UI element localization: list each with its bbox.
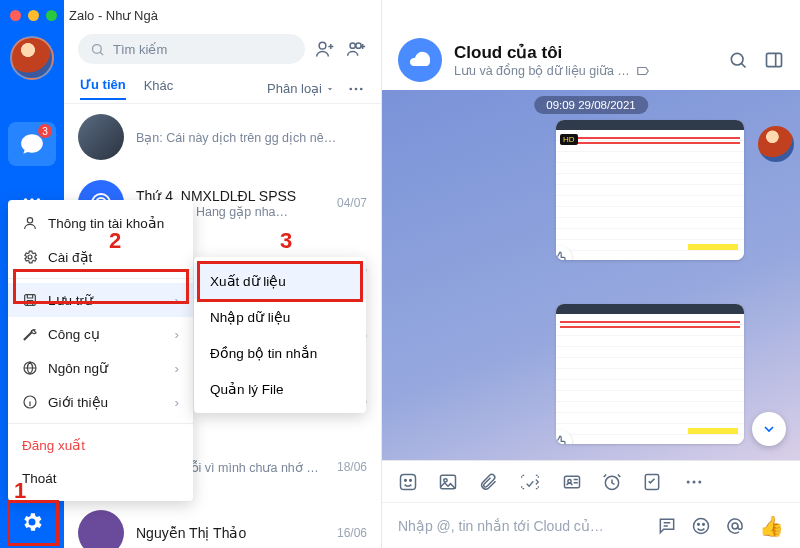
- attach-button[interactable]: [478, 472, 498, 492]
- menu-quit[interactable]: Thoát: [8, 462, 193, 495]
- dots-icon: [684, 472, 704, 492]
- conversation-tabs: Ưu tiên Khác Phân loại: [64, 74, 381, 104]
- cloud-icon: [408, 48, 432, 72]
- smile-icon: [691, 516, 711, 536]
- chat-subtitle: Lưu và đồng bộ dữ liệu giữa …: [454, 63, 650, 78]
- dots-icon: [347, 80, 365, 98]
- composer-toolbar: [382, 460, 800, 502]
- message-bubble[interactable]: HD: [556, 120, 744, 260]
- chat-panel-button[interactable]: [764, 50, 784, 70]
- tag-icon[interactable]: [636, 64, 650, 78]
- svg-point-8: [355, 87, 358, 90]
- create-group-button[interactable]: [345, 39, 367, 59]
- svg-point-13: [731, 53, 743, 65]
- menu-account[interactable]: Thông tin tài khoản: [8, 206, 193, 240]
- gear-icon: [20, 510, 44, 534]
- emoji-button[interactable]: [691, 516, 711, 536]
- info-icon: [22, 394, 38, 410]
- composer-more-button[interactable]: [684, 472, 704, 492]
- search-input[interactable]: Tìm kiếm: [78, 34, 305, 64]
- submenu-import[interactable]: Nhập dữ liệu: [194, 299, 366, 335]
- svg-rect-14: [767, 53, 782, 66]
- globe-icon: [22, 360, 38, 376]
- contact-card-button[interactable]: [562, 472, 582, 492]
- sticker-button[interactable]: [398, 472, 418, 492]
- search-icon: [90, 42, 105, 57]
- user-icon: [22, 215, 38, 231]
- menu-logout[interactable]: Đăng xuất: [8, 428, 193, 462]
- svg-point-17: [410, 479, 412, 481]
- reminder-button[interactable]: [602, 472, 622, 492]
- wrench-icon: [22, 326, 38, 342]
- message-area[interactable]: 09:09 29/08/2021 HD: [382, 90, 800, 460]
- image-button[interactable]: [438, 472, 458, 492]
- submenu-sync[interactable]: Đồng bộ tin nhắn: [194, 335, 366, 371]
- quick-reply-button[interactable]: [657, 516, 677, 536]
- settings-menu: Thông tin tài khoản Cài đặt Lưu trữ› Côn…: [8, 200, 193, 501]
- menu-language[interactable]: Ngôn ngữ›: [8, 351, 193, 385]
- avatar[interactable]: [10, 36, 54, 80]
- svg-point-4: [319, 42, 326, 49]
- svg-point-24: [687, 480, 690, 483]
- scroll-down-button[interactable]: [752, 412, 786, 446]
- svg-point-27: [694, 518, 709, 533]
- chevron-down-icon: [761, 421, 777, 437]
- chat-header: Cloud của tôi Lưu và đồng bộ dữ liệu giữ…: [382, 30, 800, 90]
- chat-item[interactable]: Bạn: Cái này dịch trên gg dịch nê…: [64, 104, 381, 170]
- window-controls: [10, 10, 57, 21]
- svg-point-25: [693, 480, 696, 483]
- sender-avatar: [758, 126, 794, 162]
- submenu-export[interactable]: Xuất dữ liệu: [194, 263, 366, 299]
- chat-lines-icon: [657, 516, 677, 536]
- svg-point-6: [356, 43, 361, 48]
- svg-point-21: [568, 479, 571, 482]
- svg-point-9: [360, 87, 363, 90]
- menu-storage[interactable]: Lưu trữ›: [8, 283, 193, 317]
- users-plus-icon: [345, 39, 367, 59]
- message-bubble[interactable]: [556, 304, 744, 444]
- task-button[interactable]: [642, 472, 662, 492]
- tab-priority[interactable]: Ưu tiên: [80, 77, 126, 100]
- todo-icon: [642, 472, 662, 492]
- menu-about[interactable]: Giới thiệu›: [8, 385, 193, 419]
- like-button[interactable]: 👍: [759, 514, 784, 538]
- chat-header-avatar[interactable]: [398, 38, 442, 82]
- add-friend-button[interactable]: [315, 39, 335, 59]
- nav-chat[interactable]: 3: [8, 122, 56, 166]
- screenshot-button[interactable]: [518, 472, 542, 492]
- storage-submenu: Xuất dữ liệu Nhập dữ liệu Đồng bộ tin nh…: [194, 257, 366, 413]
- nav-settings[interactable]: [8, 500, 56, 544]
- maximize-icon[interactable]: [46, 10, 57, 21]
- svg-point-19: [444, 478, 447, 481]
- close-icon[interactable]: [10, 10, 21, 21]
- titlebar: Zalo - Như Ngà: [0, 0, 800, 30]
- chat-pane: Cloud của tôi Lưu và đồng bộ dữ liệu giữ…: [382, 0, 800, 548]
- tab-other[interactable]: Khác: [144, 78, 174, 99]
- card-icon: [562, 472, 582, 492]
- chat-item[interactable]: Nguyễn Thị Thảo 16/06: [64, 500, 381, 548]
- menu-tools[interactable]: Công cụ›: [8, 317, 193, 351]
- sort-dropdown[interactable]: Phân loại: [267, 81, 335, 96]
- chat-search-button[interactable]: [728, 50, 748, 70]
- svg-rect-15: [401, 474, 416, 489]
- minimize-icon[interactable]: [28, 10, 39, 21]
- search-placeholder: Tìm kiếm: [113, 42, 167, 57]
- thumbs-up-icon: [556, 435, 567, 444]
- submenu-files[interactable]: Quản lý File: [194, 371, 366, 407]
- svg-rect-20: [565, 476, 580, 488]
- message-input[interactable]: [398, 518, 643, 534]
- svg-point-32: [28, 255, 32, 259]
- capture-icon: [518, 472, 542, 492]
- svg-point-26: [698, 480, 701, 483]
- menu-settings[interactable]: Cài đặt: [8, 240, 193, 274]
- chevron-right-icon: ›: [175, 327, 180, 342]
- chat-badge: 3: [38, 124, 52, 138]
- svg-point-31: [27, 218, 32, 223]
- image-icon: [438, 472, 458, 492]
- more-button[interactable]: [347, 80, 365, 98]
- svg-point-7: [349, 87, 352, 90]
- mention-button[interactable]: [725, 516, 745, 536]
- search-icon: [728, 50, 748, 70]
- save-icon: [22, 292, 38, 308]
- alarm-icon: [602, 472, 622, 492]
